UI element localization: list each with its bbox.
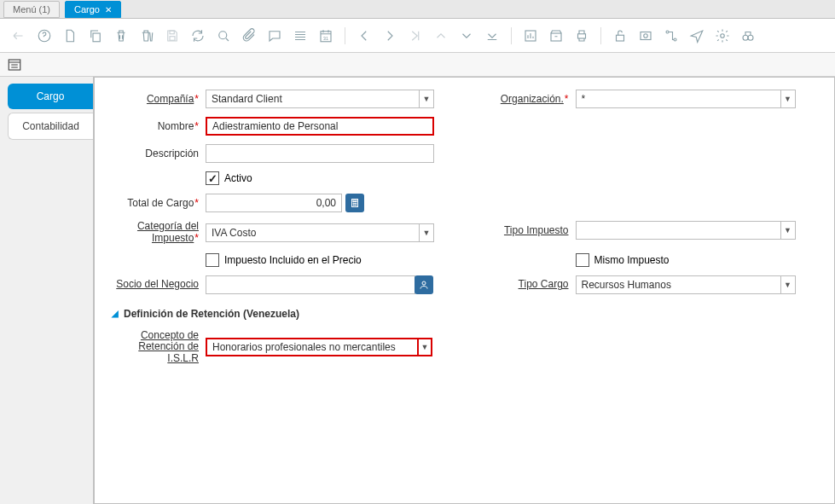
gear-icon[interactable] (712, 26, 733, 46)
svg-point-14 (674, 38, 676, 41)
svg-point-17 (748, 35, 753, 40)
socio-negocio-field[interactable] (206, 275, 415, 294)
sidebar-tab-label: Cargo (37, 90, 65, 102)
label-tipo-cargo: Tipo Cargo (482, 278, 576, 290)
form-view-icon[interactable] (5, 55, 24, 74)
chevron-down-icon[interactable]: ▼ (780, 275, 796, 294)
svg-rect-8 (551, 33, 561, 41)
label-concepto-retencion: Concepto de Retención de I.S.L.R (112, 330, 206, 365)
svg-rect-3 (170, 36, 175, 40)
prev-record-icon[interactable] (354, 26, 374, 46)
copy-icon[interactable] (85, 26, 106, 46)
form-area: Compañía* ▼ Organización.* ▼ Nombre* (94, 77, 835, 504)
child-icon[interactable] (456, 26, 477, 46)
last-icon[interactable] (482, 26, 502, 46)
report-icon[interactable] (520, 26, 541, 46)
user-lookup-icon[interactable] (415, 275, 433, 294)
svg-point-4 (219, 31, 227, 38)
activo-checkbox-row[interactable]: Activo (206, 171, 252, 185)
sidebar-tab-contabilidad[interactable]: Contabilidad (8, 113, 93, 140)
svg-rect-1 (93, 33, 100, 42)
svg-point-16 (743, 35, 748, 40)
chevron-down-icon[interactable]: ▼ (419, 223, 434, 242)
section-title: Definición de Retención (Venezuela) (124, 308, 299, 320)
mismo-impuesto-checkbox-row[interactable]: Mismo Impuesto (576, 253, 670, 267)
svg-point-13 (666, 31, 669, 33)
descripcion-field[interactable] (206, 144, 434, 163)
chevron-down-icon[interactable]: ▼ (780, 221, 796, 240)
svg-point-12 (644, 33, 648, 38)
toolbar-separator (600, 27, 601, 44)
lock-icon[interactable] (610, 26, 630, 46)
refresh-icon[interactable] (188, 26, 208, 46)
tipo-impuesto-field[interactable] (576, 221, 780, 240)
first-icon[interactable] (405, 26, 426, 46)
label-nombre: Nombre* (112, 120, 206, 132)
label-total-cargo: Total de Cargo* (112, 197, 206, 209)
chevron-down-icon[interactable]: ▼ (419, 90, 434, 108)
nombre-field[interactable] (206, 117, 434, 136)
tipo-cargo-field[interactable] (576, 275, 780, 294)
chevron-down-icon[interactable]: ▼ (417, 338, 432, 356)
compania-field[interactable] (206, 90, 419, 108)
label-tipo-impuesto: Tipo Impuesto (482, 224, 576, 236)
svg-rect-9 (578, 33, 586, 38)
calendar-icon[interactable]: 31 (316, 26, 336, 46)
workflow-icon[interactable] (661, 26, 681, 46)
collapse-icon[interactable]: ◢ (112, 309, 119, 318)
tab-menu[interactable]: Menú (1) (3, 1, 60, 18)
impuesto-incluido-checkbox-row[interactable]: Impuesto Incluido en el Precio (206, 253, 362, 267)
back-icon[interactable] (9, 26, 29, 46)
svg-point-26 (356, 205, 357, 206)
total-cargo-field[interactable] (206, 194, 342, 212)
label-impuesto-incluido: Impuesto Incluido en el Precio (224, 254, 362, 266)
secondary-bar (0, 53, 835, 77)
tab-cargo-label: Cargo (74, 4, 100, 14)
svg-point-22 (355, 203, 356, 204)
label-categoria-impuesto: Categoría del Impuesto* (112, 221, 206, 245)
concepto-retencion-field[interactable] (206, 338, 417, 356)
main-layout: Cargo Contabilidad Compañía* ▼ Organizac… (0, 77, 835, 504)
svg-point-23 (356, 203, 357, 204)
archive-icon[interactable] (546, 26, 566, 46)
search-icon[interactable] (213, 26, 234, 46)
label-descripcion: Descripción (112, 148, 206, 159)
next-record-icon[interactable] (380, 26, 400, 46)
chat-icon[interactable] (264, 26, 285, 46)
label-mismo-impuesto: Mismo Impuesto (594, 254, 670, 266)
svg-point-25 (355, 205, 356, 206)
delete-icon[interactable] (111, 26, 131, 46)
svg-point-27 (422, 281, 426, 285)
tab-menu-label: Menú (1) (13, 4, 50, 14)
print-icon[interactable] (571, 26, 592, 46)
new-icon[interactable] (60, 26, 80, 46)
send-icon[interactable] (687, 26, 707, 46)
svg-text:31: 31 (323, 35, 328, 40)
help-icon[interactable] (34, 26, 55, 46)
window-tabs: Menú (1) Cargo ✕ (0, 0, 835, 19)
label-compania: Compañía* (112, 93, 206, 105)
organizacion-field[interactable] (576, 90, 780, 108)
svg-point-24 (353, 205, 354, 206)
parent-icon[interactable] (431, 26, 451, 46)
toolbar-separator (345, 27, 345, 44)
zoom-icon[interactable] (635, 26, 656, 46)
attach-icon[interactable] (239, 26, 259, 46)
categoria-impuesto-field[interactable] (206, 223, 419, 242)
tab-cargo[interactable]: Cargo ✕ (65, 1, 121, 18)
delete-all-icon[interactable] (136, 26, 157, 46)
toolbar: 31 (0, 19, 835, 53)
checkbox-icon[interactable] (576, 253, 589, 267)
close-icon[interactable]: ✕ (105, 5, 112, 14)
list-icon[interactable] (290, 26, 310, 46)
checkbox-icon[interactable] (206, 171, 219, 185)
sidebar-tab-cargo[interactable]: Cargo (8, 84, 93, 109)
calculator-icon[interactable] (345, 194, 364, 212)
toolbar-separator (511, 27, 512, 44)
save-icon[interactable] (162, 26, 183, 46)
checkbox-icon[interactable] (206, 253, 219, 267)
svg-rect-2 (170, 31, 174, 34)
chevron-down-icon[interactable]: ▼ (780, 90, 796, 108)
sidebar: Cargo Contabilidad (0, 77, 94, 504)
binoculars-icon[interactable] (738, 26, 758, 46)
